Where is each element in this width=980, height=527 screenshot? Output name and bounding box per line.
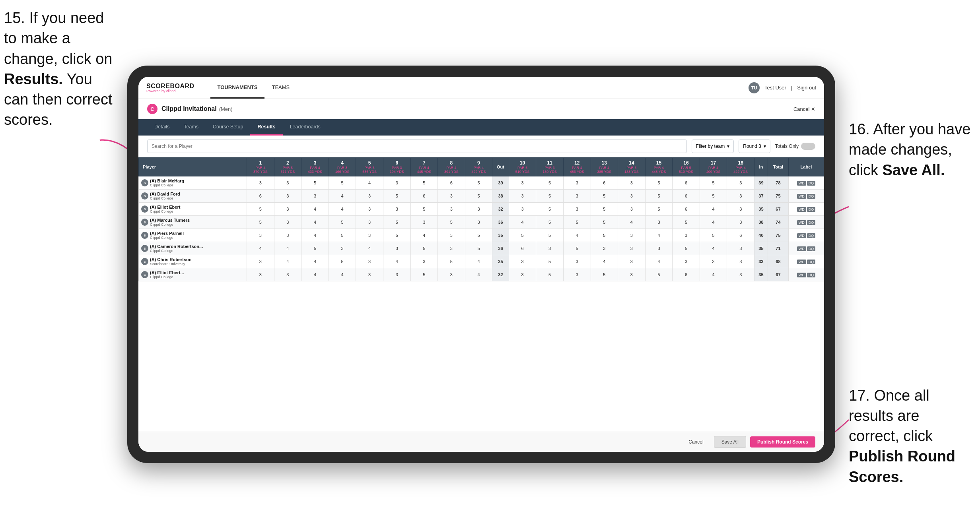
- score-cell[interactable]: 4: [356, 242, 383, 255]
- score-cell[interactable]: 4: [247, 242, 274, 255]
- wd-label[interactable]: WD: [797, 181, 806, 186]
- score-cell[interactable]: 4: [509, 216, 536, 229]
- filter-by-team-dropdown[interactable]: Filter by team ▾: [692, 140, 734, 153]
- score-cell[interactable]: 3: [673, 229, 700, 242]
- score-cell[interactable]: 4: [645, 229, 673, 242]
- score-cell[interactable]: 3: [618, 176, 646, 190]
- scorecard-container[interactable]: Player 1PAR 4370 YDS 2PAR 5511 YDS 3PAR …: [138, 157, 824, 432]
- dq-label[interactable]: DQ: [807, 220, 816, 225]
- score-cell[interactable]: 3: [301, 190, 329, 203]
- score-cell[interactable]: 5: [700, 176, 727, 190]
- score-cell[interactable]: 3: [673, 255, 700, 268]
- score-cell[interactable]: 3: [383, 242, 410, 255]
- score-cell[interactable]: 5: [465, 242, 492, 255]
- score-cell[interactable]: 5: [465, 190, 492, 203]
- score-cell[interactable]: 5: [536, 216, 564, 229]
- score-cell[interactable]: 5: [410, 268, 438, 281]
- score-cell[interactable]: 3: [509, 203, 536, 216]
- score-cell[interactable]: 4: [301, 255, 329, 268]
- nav-link-teams[interactable]: TEAMS: [264, 77, 297, 99]
- score-cell[interactable]: 5: [383, 216, 410, 229]
- wd-label[interactable]: WD: [797, 260, 806, 264]
- score-cell[interactable]: 3: [274, 268, 301, 281]
- score-cell[interactable]: 5: [383, 229, 410, 242]
- round-dropdown[interactable]: Round 3 ▾: [739, 140, 770, 153]
- score-cell[interactable]: 3: [383, 203, 410, 216]
- score-cell[interactable]: 5: [301, 176, 329, 190]
- score-cell[interactable]: 5: [563, 242, 591, 255]
- score-cell[interactable]: 4: [329, 203, 356, 216]
- score-cell[interactable]: 3: [727, 190, 754, 203]
- wd-label[interactable]: WD: [797, 207, 806, 212]
- score-cell[interactable]: 6: [410, 190, 438, 203]
- totals-only-toggle[interactable]: [801, 143, 815, 150]
- score-cell[interactable]: 5: [410, 242, 438, 255]
- score-cell[interactable]: 4: [383, 255, 410, 268]
- score-cell[interactable]: 3: [618, 268, 646, 281]
- score-cell[interactable]: 5: [247, 216, 274, 229]
- score-cell[interactable]: 5: [383, 190, 410, 203]
- score-cell[interactable]: 5: [329, 255, 356, 268]
- score-cell[interactable]: 3: [700, 255, 727, 268]
- wd-label[interactable]: WD: [797, 233, 806, 238]
- score-cell[interactable]: 4: [329, 190, 356, 203]
- score-cell[interactable]: 3: [356, 216, 383, 229]
- wd-label[interactable]: WD: [797, 273, 806, 277]
- score-cell[interactable]: 3: [563, 268, 591, 281]
- score-cell[interactable]: 3: [563, 255, 591, 268]
- score-cell[interactable]: 4: [700, 242, 727, 255]
- score-cell[interactable]: 4: [274, 255, 301, 268]
- score-cell[interactable]: 3: [274, 203, 301, 216]
- score-cell[interactable]: 5: [536, 190, 564, 203]
- score-cell[interactable]: 3: [618, 242, 646, 255]
- cancel-button[interactable]: Cancel: [682, 436, 710, 448]
- score-cell[interactable]: 5: [465, 229, 492, 242]
- tab-leaderboards[interactable]: Leaderboards: [283, 119, 328, 136]
- score-cell[interactable]: 5: [247, 203, 274, 216]
- save-all-button[interactable]: Save All: [714, 436, 746, 448]
- score-cell[interactable]: 3: [329, 242, 356, 255]
- score-cell[interactable]: 3: [438, 242, 465, 255]
- score-cell[interactable]: 5: [536, 268, 564, 281]
- score-cell[interactable]: 6: [673, 203, 700, 216]
- score-cell[interactable]: 6: [247, 190, 274, 203]
- score-cell[interactable]: 4: [301, 229, 329, 242]
- dq-label[interactable]: DQ: [807, 260, 816, 264]
- score-cell[interactable]: 5: [329, 176, 356, 190]
- score-cell[interactable]: 3: [247, 229, 274, 242]
- score-cell[interactable]: 5: [591, 268, 618, 281]
- score-cell[interactable]: 3: [247, 268, 274, 281]
- dq-label[interactable]: DQ: [807, 207, 816, 212]
- score-cell[interactable]: 4: [465, 268, 492, 281]
- score-cell[interactable]: 5: [301, 242, 329, 255]
- score-cell[interactable]: 5: [591, 216, 618, 229]
- score-cell[interactable]: 3: [438, 203, 465, 216]
- score-cell[interactable]: 4: [563, 229, 591, 242]
- score-cell[interactable]: 3: [563, 176, 591, 190]
- score-cell[interactable]: 3: [438, 229, 465, 242]
- score-cell[interactable]: 5: [536, 255, 564, 268]
- score-cell[interactable]: 5: [673, 242, 700, 255]
- score-cell[interactable]: 5: [438, 255, 465, 268]
- score-cell[interactable]: 5: [465, 176, 492, 190]
- score-cell[interactable]: 4: [645, 255, 673, 268]
- score-cell[interactable]: 4: [700, 203, 727, 216]
- score-cell[interactable]: 5: [645, 268, 673, 281]
- score-cell[interactable]: 3: [509, 268, 536, 281]
- dq-label[interactable]: DQ: [807, 233, 816, 238]
- score-cell[interactable]: 3: [247, 176, 274, 190]
- score-cell[interactable]: 3: [247, 255, 274, 268]
- dq-label[interactable]: DQ: [807, 246, 816, 251]
- score-cell[interactable]: 5: [645, 176, 673, 190]
- tab-teams[interactable]: Teams: [177, 119, 206, 136]
- score-cell[interactable]: 5: [329, 216, 356, 229]
- score-cell[interactable]: 3: [438, 268, 465, 281]
- score-cell[interactable]: 3: [727, 255, 754, 268]
- score-cell[interactable]: 3: [438, 190, 465, 203]
- score-cell[interactable]: 5: [536, 176, 564, 190]
- score-cell[interactable]: 4: [329, 268, 356, 281]
- score-cell[interactable]: 3: [356, 229, 383, 242]
- score-cell[interactable]: 3: [536, 242, 564, 255]
- score-cell[interactable]: 3: [356, 268, 383, 281]
- wd-label[interactable]: WD: [797, 194, 806, 199]
